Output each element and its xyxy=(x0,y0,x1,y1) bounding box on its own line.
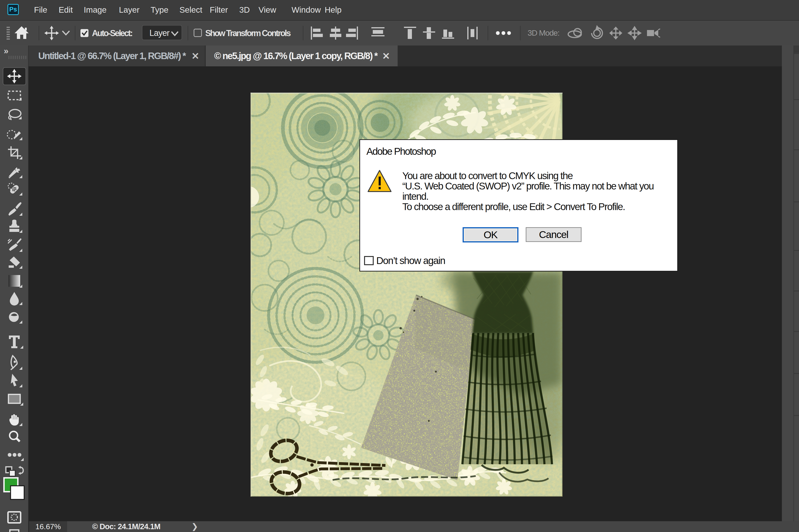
svg-text:3D Mode:: 3D Mode: xyxy=(527,28,559,37)
svg-text:»: » xyxy=(4,46,8,56)
